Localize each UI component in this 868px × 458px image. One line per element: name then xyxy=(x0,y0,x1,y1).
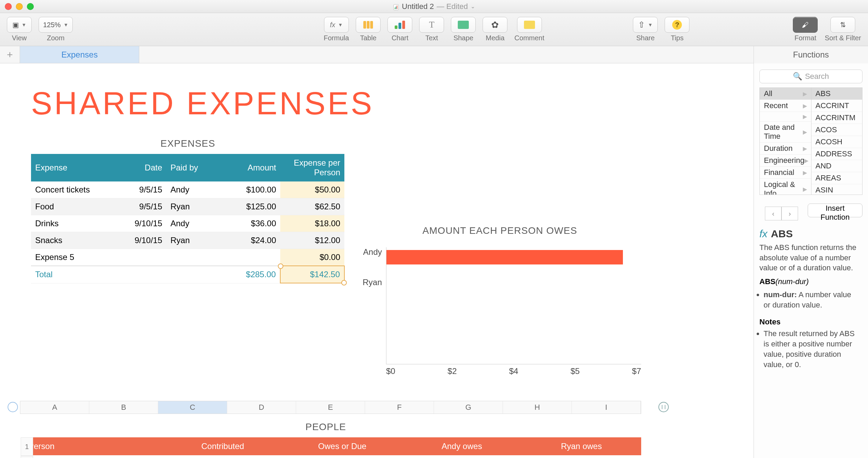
category-item[interactable]: Date and Time▶ xyxy=(760,122,811,143)
comment-button[interactable] xyxy=(517,17,542,33)
total-amount[interactable]: $285.00 xyxy=(220,266,280,283)
function-item[interactable]: AREAS xyxy=(811,172,862,184)
col-D[interactable]: D xyxy=(227,401,296,414)
table-button[interactable] xyxy=(356,17,381,33)
function-item[interactable]: ACOS xyxy=(811,124,862,136)
category-item[interactable]: Logical & Info▶ xyxy=(760,179,811,195)
selection-handle[interactable] xyxy=(278,263,283,269)
function-item[interactable]: ACCRINT xyxy=(811,100,862,112)
add-sheet-button[interactable]: + xyxy=(0,46,20,63)
function-list[interactable]: ABSACCRINTACCRINTMACOSACOSHADDRESSANDARE… xyxy=(811,88,862,195)
forward-button[interactable]: › xyxy=(781,207,798,220)
document-title[interactable]: Untitled 2 — Edited ⌄ xyxy=(393,2,475,11)
row-number[interactable]: 1 xyxy=(21,437,33,456)
col-G[interactable]: G xyxy=(434,401,503,414)
category-item[interactable]: Engineering▶ xyxy=(760,155,811,167)
col-paidby[interactable]: Paid by xyxy=(166,154,220,181)
total-per[interactable]: $142.50 xyxy=(280,266,344,283)
media-icon: ✿ xyxy=(491,20,499,30)
notes-heading: Notes xyxy=(759,318,862,326)
toolbar: ▣▼ View 125%▼ Zoom fx▼Formula Table Char… xyxy=(0,13,868,46)
category-item[interactable]: Financial▶ xyxy=(760,167,811,179)
col-person[interactable]: Person xyxy=(23,437,163,455)
window-controls xyxy=(5,3,34,10)
col-I[interactable]: I xyxy=(572,401,641,414)
function-item[interactable]: ABS xyxy=(811,88,862,100)
col-amount[interactable]: Amount xyxy=(220,154,280,181)
zoom-window-button[interactable] xyxy=(27,3,34,10)
tab-label: Expenses xyxy=(61,50,98,60)
zoom-button[interactable]: 125%▼ xyxy=(39,17,73,33)
back-button[interactable]: ‹ xyxy=(765,207,781,220)
table-row[interactable]: Food9/5/15Ryan$125.00$62.50 xyxy=(31,198,344,215)
row-number[interactable]: 2 xyxy=(21,456,33,458)
view-button[interactable]: ▣▼ xyxy=(7,17,32,33)
column-header-row[interactable]: ABCDEFGHI xyxy=(20,401,641,414)
col-contributed[interactable]: Contributed xyxy=(163,437,283,455)
table-row[interactable]: Andy$136.00Owes: $6.50–$0.00 xyxy=(23,455,641,458)
row-handle-left[interactable] xyxy=(8,402,18,412)
col-B[interactable]: B xyxy=(89,401,158,414)
chart-button[interactable] xyxy=(387,17,412,33)
formula-button[interactable]: fx▼ xyxy=(324,17,349,33)
chart-label: Chart xyxy=(392,34,408,42)
function-item[interactable]: ACOSH xyxy=(811,136,862,148)
search-input[interactable]: 🔍 Search xyxy=(759,70,862,83)
category-item[interactable]: ▶ xyxy=(760,112,811,122)
function-item[interactable]: AND xyxy=(811,160,862,172)
chart-amount-owed[interactable]: AMOUNT EACH PERSON OWES Andy Ryan $0 $2 … xyxy=(359,225,641,376)
chart-y-labels: Andy Ryan xyxy=(359,247,386,364)
col-owes[interactable]: Owes or Due xyxy=(282,437,402,455)
category-list[interactable]: All▶Recent▶▶Date and Time▶Duration▶Engin… xyxy=(760,88,811,195)
insert-function-button[interactable]: Insert Function xyxy=(808,204,862,217)
media-label: Media xyxy=(486,34,504,42)
sort-filter-button[interactable]: ⇅ xyxy=(830,17,855,33)
table-row[interactable]: Drinks9/10/15Andy$36.00$18.00 xyxy=(31,215,344,232)
col-C[interactable]: C xyxy=(158,401,227,414)
arg-item: num-dur: A number value or duration valu… xyxy=(764,290,858,310)
function-item[interactable]: ASIN xyxy=(811,184,862,195)
people-table[interactable]: Person Contributed Owes or Due Andy owes… xyxy=(23,437,641,458)
tips-button[interactable]: ? xyxy=(665,17,689,33)
media-button[interactable]: ✿ xyxy=(483,17,507,33)
col-A[interactable]: A xyxy=(20,401,89,414)
row-handle-right[interactable] xyxy=(658,402,669,412)
col-ryan-owes[interactable]: Ryan owes xyxy=(522,437,641,455)
col-E[interactable]: E xyxy=(296,401,365,414)
function-item[interactable]: ACCRINTM xyxy=(811,112,862,124)
format-button[interactable]: 🖌 xyxy=(793,17,818,33)
col-andy-owes[interactable]: Andy owes xyxy=(402,437,522,455)
window-titlebar: Untitled 2 — Edited ⌄ xyxy=(0,0,868,13)
table-row[interactable]: Snacks9/10/15Ryan$24.00$12.00 xyxy=(31,232,344,249)
function-item[interactable]: ADDRESS xyxy=(811,148,862,160)
close-window-button[interactable] xyxy=(5,3,12,10)
chevron-right-icon: ▶ xyxy=(803,145,807,152)
col-H[interactable]: H xyxy=(503,401,572,414)
category-item[interactable]: Recent▶ xyxy=(760,100,811,112)
shape-button[interactable] xyxy=(451,17,476,33)
total-label[interactable]: Total xyxy=(31,266,120,283)
selection-handle[interactable] xyxy=(341,280,347,285)
col-F[interactable]: F xyxy=(365,401,434,414)
document-name: Untitled 2 xyxy=(402,2,434,11)
tips-label: Tips xyxy=(671,34,684,42)
text-button[interactable]: T xyxy=(419,17,444,33)
function-description: The ABS function returns the absolute va… xyxy=(759,242,862,273)
col-date[interactable]: Date xyxy=(120,154,166,181)
share-button[interactable]: ⇧▼ xyxy=(633,17,658,33)
col-expense[interactable]: Expense xyxy=(31,154,120,181)
fx-icon: fx xyxy=(330,21,335,29)
category-item[interactable]: Duration▶ xyxy=(760,143,811,155)
table-row[interactable]: Concert tickets9/5/15Andy$100.00$50.00 xyxy=(31,181,344,198)
chart-icon xyxy=(395,21,405,29)
col-per[interactable]: Expense per Person xyxy=(280,154,344,181)
tab-expenses[interactable]: Expenses xyxy=(20,46,139,63)
table-row[interactable]: Expense 5$0.00 xyxy=(31,249,344,266)
svg-rect-3 xyxy=(397,6,397,9)
expenses-table[interactable]: Expense Date Paid by Amount Expense per … xyxy=(31,154,345,283)
functions-sidebar: 🔍 Search All▶Recent▶▶Date and Time▶Durat… xyxy=(754,63,868,458)
minimize-window-button[interactable] xyxy=(16,3,23,10)
page-title[interactable]: SHARED EXPENSES xyxy=(31,85,733,122)
document-canvas[interactable]: SHARED EXPENSES EXPENSES Expense Date Pa… xyxy=(0,63,754,458)
category-item[interactable]: All▶ xyxy=(760,88,811,100)
